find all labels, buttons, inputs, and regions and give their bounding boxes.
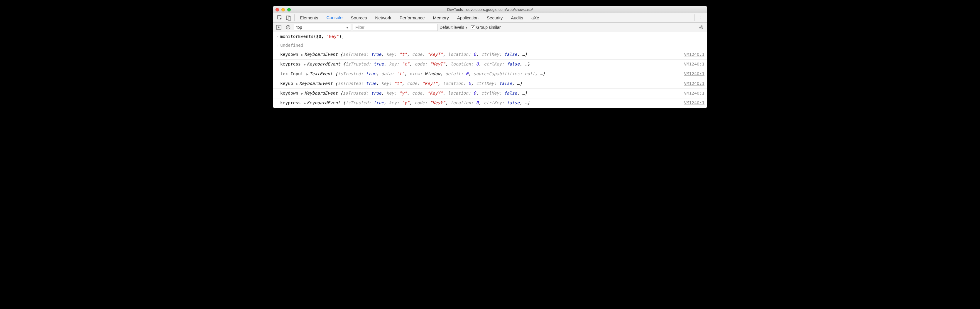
filter-input[interactable] (355, 25, 435, 30)
levels-label: Default levels (439, 25, 464, 30)
console-input-text: monitorEvents($0, "key"); (280, 33, 705, 40)
console-settings-icon[interactable] (697, 25, 705, 30)
dropdown-caret-icon: ▾ (346, 25, 348, 30)
log-levels-select[interactable]: Default levels ▾ (439, 25, 468, 30)
execution-context-select[interactable]: top ▾ (294, 24, 351, 31)
source-link[interactable]: VM1240:1 (681, 61, 705, 67)
tab-console[interactable]: Console (323, 13, 347, 22)
device-toolbar-icon[interactable] (284, 13, 293, 22)
console-log-row: keydown ▶KeyboardEvent {isTrusted: true,… (273, 50, 707, 59)
prompt-icon: › (274, 33, 280, 40)
dropdown-caret-icon: ▾ (465, 25, 468, 30)
tab-application[interactable]: Application (453, 13, 483, 22)
svg-line-13 (700, 28, 700, 29)
clear-console-icon[interactable] (284, 24, 292, 31)
source-link[interactable]: VM1240:1 (681, 80, 705, 86)
svg-line-11 (700, 26, 700, 26)
expand-triangle-icon[interactable]: ▶ (303, 101, 307, 105)
source-link[interactable]: VM1240:1 (681, 70, 705, 77)
console-input-row[interactable]: › monitorEvents($0, "key"); (273, 32, 707, 41)
close-window-button[interactable] (275, 8, 279, 11)
expand-triangle-icon[interactable]: ▶ (301, 53, 305, 57)
window-title: DevTools - developers.google.com/web/sho… (273, 7, 707, 12)
log-content[interactable]: keypress ▶KeyboardEvent {isTrusted: true… (280, 61, 681, 68)
log-content[interactable]: textInput ▶TextEvent {isTrusted: true, d… (280, 70, 681, 78)
source-link[interactable]: VM1240:1 (681, 90, 705, 96)
console-log-row: textInput ▶TextEvent {isTrusted: true, d… (273, 69, 707, 79)
expand-triangle-icon[interactable]: ▶ (303, 62, 307, 66)
tab-audits[interactable]: Audits (507, 13, 527, 22)
console-result-row: ‹ undefined (273, 41, 707, 50)
log-content[interactable]: keypress ▶KeyboardEvent {isTrusted: true… (280, 99, 681, 107)
toggle-sidebar-icon[interactable] (275, 24, 283, 31)
more-options-icon[interactable]: ⋮ (696, 13, 705, 22)
tab-sources[interactable]: Sources (347, 13, 371, 22)
console-log-row: keypress ▶KeyboardEvent {isTrusted: true… (273, 59, 707, 69)
log-content[interactable]: keydown ▶KeyboardEvent {isTrusted: true,… (280, 51, 681, 58)
console-toolbar: top ▾ Default levels ▾ ✓ Group similar (273, 22, 707, 32)
group-similar-label: Group similar (476, 25, 501, 30)
svg-rect-2 (288, 17, 291, 20)
tab-elements[interactable]: Elements (296, 13, 323, 22)
tab-security[interactable]: Security (483, 13, 507, 22)
tab-axe[interactable]: aXe (527, 13, 543, 22)
console-log-row: keyup ▶KeyboardEvent {isTrusted: true, k… (273, 79, 707, 89)
tab-memory[interactable]: Memory (429, 13, 453, 22)
minimize-window-button[interactable] (282, 8, 285, 11)
svg-line-5 (287, 26, 290, 29)
zoom-window-button[interactable] (287, 8, 291, 11)
expand-triangle-icon[interactable]: ▶ (296, 82, 299, 86)
devtools-tabbar: ElementsConsoleSourcesNetworkPerformance… (273, 13, 707, 22)
group-similar-checkbox[interactable]: ✓ Group similar (471, 25, 501, 30)
undefined-value: undefined (280, 43, 303, 48)
tab-performance[interactable]: Performance (396, 13, 429, 22)
inspect-element-icon[interactable] (275, 13, 284, 22)
checkbox-icon: ✓ (471, 25, 475, 29)
log-content[interactable]: keydown ▶KeyboardEvent {isTrusted: true,… (280, 90, 681, 97)
console-output: › monitorEvents($0, "key"); ‹ undefined … (273, 32, 707, 108)
console-log-row: keypress ▶KeyboardEvent {isTrusted: true… (273, 98, 707, 108)
devtools-window: DevTools - developers.google.com/web/sho… (273, 6, 707, 108)
expand-triangle-icon[interactable]: ▶ (306, 72, 310, 76)
source-link[interactable]: VM1240:1 (681, 99, 705, 106)
return-icon: ‹ (274, 42, 280, 48)
tab-network[interactable]: Network (371, 13, 396, 22)
expand-triangle-icon[interactable]: ▶ (301, 92, 305, 96)
window-titlebar: DevTools - developers.google.com/web/sho… (273, 6, 707, 13)
source-link[interactable]: VM1240:1 (681, 51, 705, 58)
svg-point-6 (701, 26, 702, 27)
traffic-lights (275, 8, 291, 11)
filter-input-wrap[interactable] (353, 24, 438, 31)
panel-tabs: ElementsConsoleSourcesNetworkPerformance… (296, 13, 543, 22)
context-value: top (296, 25, 302, 30)
svg-line-12 (702, 28, 703, 29)
separator (694, 14, 695, 21)
svg-line-14 (702, 26, 703, 26)
console-log-row: keydown ▶KeyboardEvent {isTrusted: true,… (273, 89, 707, 98)
log-content[interactable]: keyup ▶KeyboardEvent {isTrusted: true, k… (280, 80, 681, 87)
